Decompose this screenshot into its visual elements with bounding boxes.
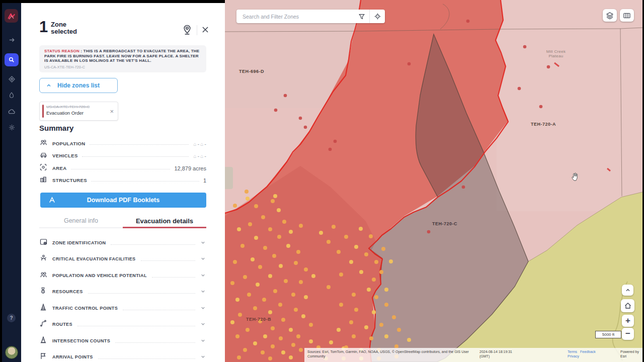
accordion-resources[interactable]: RESOURCES bbox=[39, 286, 206, 298]
pdf-icon bbox=[48, 196, 56, 204]
summary-row-vehicles: VEHICLES ⌂-⌂- bbox=[39, 149, 206, 159]
accordion-population-vehicle[interactable]: POPULATION AND VEHICLE POTENTIAL bbox=[39, 269, 206, 282]
status-zone-id: US-CA-XTE-TEH-720-C bbox=[44, 65, 201, 69]
population-icon bbox=[39, 139, 48, 148]
map-attribution: Sources: Esri, TomTom, Garmin, FAO, NOAA… bbox=[304, 348, 642, 362]
terms-link[interactable]: Terms bbox=[568, 350, 577, 353]
intersection-cone-icon bbox=[39, 336, 48, 346]
accordion-arrival-points[interactable]: ARRIVAL POINTS bbox=[39, 351, 206, 362]
chevron-up-icon bbox=[625, 287, 631, 293]
attribution-timestamp: 2024-08-14 18:19:31 (GMT) bbox=[479, 349, 527, 358]
summary-title: Summary bbox=[39, 124, 73, 132]
layers-icon bbox=[606, 12, 614, 20]
settings-gear-icon[interactable] bbox=[2, 121, 21, 134]
routes-icon bbox=[39, 319, 48, 329]
zone-chip-id: US-CA-XTE-TEH-720-C bbox=[46, 105, 114, 109]
chevron-down-icon bbox=[200, 352, 206, 361]
home-extent-button[interactable] bbox=[621, 299, 634, 312]
arrival-flag-icon bbox=[39, 352, 48, 362]
privacy-link[interactable]: Privacy bbox=[568, 354, 579, 358]
summary-row-area: AREA 12,879 acres bbox=[39, 162, 206, 172]
app-window: ? 1 Zone selected STATUS REASON : THIS I… bbox=[0, 0, 644, 362]
help-icon[interactable]: ? bbox=[7, 314, 16, 322]
population-value: ⌂-⌂- bbox=[193, 141, 206, 147]
expand-arrow-icon[interactable] bbox=[2, 33, 21, 46]
selected-zone-chip[interactable]: US-CA-XTE-TEH-720-C Evacuation Order × bbox=[39, 102, 118, 121]
nav-rail: ? bbox=[2, 3, 21, 362]
hide-zones-list-button[interactable]: Hide zones list bbox=[39, 78, 118, 93]
hazard-drop-icon[interactable] bbox=[2, 88, 21, 102]
area-icon bbox=[39, 163, 48, 173]
accordion-zone-identification[interactable]: ZONE IDENTIFICATION bbox=[39, 237, 206, 249]
user-avatar[interactable] bbox=[5, 346, 18, 359]
locate-crosshair-icon[interactable] bbox=[370, 13, 385, 20]
chevron-down-icon bbox=[200, 336, 206, 345]
search-input[interactable]: Search and Filter Zones bbox=[236, 14, 354, 20]
chevron-down-icon bbox=[200, 254, 206, 263]
summary-row-population: POPULATION ⌂-⌂- bbox=[39, 137, 206, 147]
zone-label-teh-720-c: TEH-720-C bbox=[432, 221, 457, 226]
zone-details-panel: 1 Zone selected STATUS REASON : THIS IS … bbox=[21, 3, 225, 362]
attribution-sources: Sources: Esri, TomTom, Garmin, FAO, NOAA… bbox=[307, 349, 476, 358]
feedback-link[interactable]: Feedback bbox=[580, 350, 596, 353]
zone-label-teh-696-d: TEH-696-D bbox=[239, 69, 264, 74]
tab-evacuation-details[interactable]: Evacuation details bbox=[123, 214, 206, 228]
map-search-bar[interactable]: Search and Filter Zones bbox=[236, 10, 385, 23]
area-value: 12,879 acres bbox=[174, 165, 206, 172]
basemap-button[interactable] bbox=[620, 9, 634, 22]
panel-title: Zone selected bbox=[51, 21, 77, 35]
zoom-in-button[interactable]: + bbox=[622, 315, 634, 327]
structures-value: 1 bbox=[203, 177, 206, 184]
header-divider bbox=[197, 25, 197, 35]
chevron-down-icon bbox=[200, 304, 206, 313]
accordion-traffic-control-points[interactable]: TRAFFIC CONTROL POINTS bbox=[39, 302, 206, 314]
download-pdf-button[interactable]: Download PDF Booklets bbox=[40, 193, 206, 208]
resources-icon bbox=[39, 287, 48, 297]
vehicles-value: ⌂-⌂- bbox=[193, 153, 206, 159]
critical-facilities-icon bbox=[39, 254, 48, 264]
map-layers bbox=[225, 0, 642, 362]
population-vehicle-icon bbox=[39, 271, 48, 281]
close-panel-icon[interactable] bbox=[201, 25, 210, 36]
search-icon[interactable] bbox=[5, 53, 19, 66]
attribution-links: TermsFeedback Privacy bbox=[568, 349, 613, 358]
summary-row-structures: STRUCTURES 1 bbox=[39, 174, 206, 184]
selected-zone-count: 1 bbox=[39, 18, 48, 36]
chevron-down-icon bbox=[200, 287, 206, 296]
layers-button[interactable] bbox=[603, 9, 617, 22]
map-canvas[interactable]: TEH-696-D TEH-720-A TEH-720-C TEH-720-B … bbox=[225, 0, 642, 362]
scale-bar: 5000 ft bbox=[595, 331, 621, 338]
zoom-out-button[interactable]: − bbox=[622, 328, 634, 340]
accordion-critical-facilities[interactable]: CRITICAL EVACUATION FACILITIES bbox=[39, 253, 206, 265]
zones-diamond-icon[interactable] bbox=[2, 72, 21, 85]
remove-zone-icon[interactable]: × bbox=[110, 108, 114, 115]
filter-funnel-icon[interactable] bbox=[354, 13, 369, 20]
zone-chip-status: Evacuation Order bbox=[46, 110, 114, 116]
detail-tabs: General info Evacuation details bbox=[39, 214, 206, 228]
zone-identification-icon bbox=[39, 238, 48, 248]
home-icon bbox=[624, 302, 632, 310]
vehicles-icon bbox=[39, 151, 48, 160]
chevron-down-icon bbox=[200, 238, 206, 247]
collapse-controls-button[interactable] bbox=[622, 285, 633, 296]
zone-label-teh-720-a: TEH-720-A bbox=[531, 122, 556, 127]
place-label-mill-creek-plateau: Mill Creek Plateau bbox=[542, 49, 570, 58]
accordion-routes[interactable]: ROUTES bbox=[39, 318, 206, 330]
status-reason-label: STATUS REASON bbox=[44, 49, 79, 53]
locate-zone-pin-icon[interactable] bbox=[182, 24, 193, 37]
chevron-down-icon bbox=[200, 320, 206, 329]
hand-cursor-icon bbox=[571, 172, 580, 184]
weather-cloud-icon[interactable] bbox=[2, 105, 21, 118]
status-reason-box: STATUS REASON : THIS IS A REBROADCAST TO… bbox=[39, 45, 206, 72]
traffic-cone-icon bbox=[39, 303, 48, 313]
zone-label-teh-720-b: TEH-720-B bbox=[246, 317, 271, 322]
structures-icon bbox=[39, 175, 48, 185]
chevron-up-icon bbox=[46, 82, 52, 90]
app-logo-icon[interactable] bbox=[5, 9, 18, 23]
accordion-intersection-counts[interactable]: INTERSECTION COUNTS bbox=[39, 335, 206, 347]
tab-general-info[interactable]: General info bbox=[39, 214, 123, 228]
powered-by: Powered by Esri bbox=[620, 349, 641, 358]
basemap-grid-icon bbox=[623, 12, 631, 20]
chevron-down-icon bbox=[200, 271, 206, 280]
